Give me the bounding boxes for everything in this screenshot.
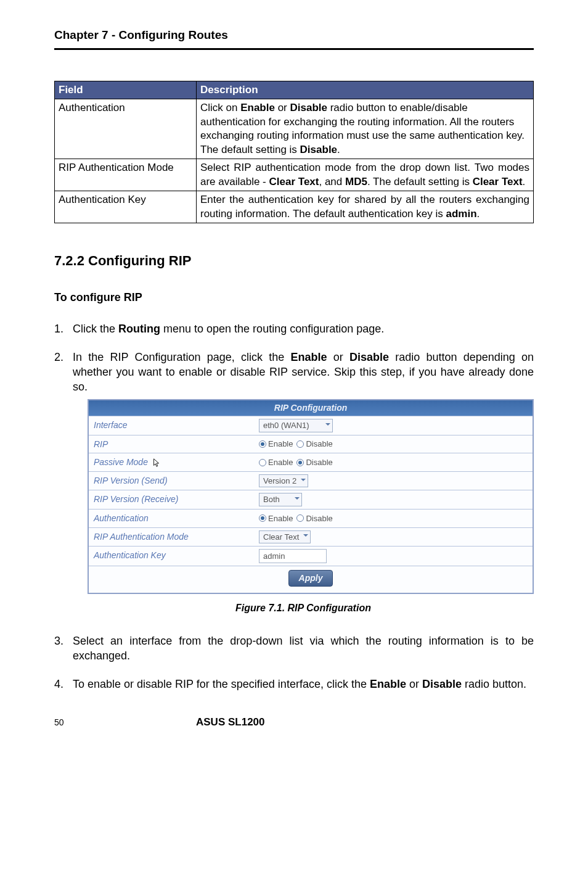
list-item: 2. In the RIP Configuration page, click … [54, 350, 534, 615]
panel-row-authentication: Authentication Enable Disable [89, 509, 533, 527]
step-number: 1. [54, 321, 63, 336]
panel-row-auth-mode: RIP Authentication Mode Clear Text [89, 527, 533, 546]
section-title: 7.2.2 Configuring RIP [54, 253, 534, 269]
panel-row-rip: RIP Enable Disable [89, 435, 533, 453]
label-auth-mode: RIP Authentication Mode [89, 528, 255, 546]
auth-key-input[interactable]: admin [259, 549, 327, 563]
auth-enable-radio[interactable]: Enable [259, 513, 293, 524]
panel-row-version-send: RIP Version (Send) Version 2 [89, 471, 533, 490]
header-rule [54, 48, 534, 50]
table-header-field: Field [55, 81, 197, 99]
auth-disable-radio[interactable]: Disable [296, 513, 332, 524]
rip-disable-radio[interactable]: Disable [296, 439, 332, 449]
table-row: Authentication Click on Enable or Disabl… [55, 99, 534, 159]
page-footer: 50 ASUS SL1200 [54, 716, 534, 753]
label-version-receive: RIP Version (Receive) [89, 490, 255, 508]
version-send-select[interactable]: Version 2 [259, 474, 308, 487]
panel-title: RIP Configuration [89, 400, 533, 416]
apply-button[interactable]: Apply [288, 570, 333, 587]
list-item: 3. Select an interface from the drop-dow… [54, 633, 534, 663]
list-item: 4. To enable or disable RIP for the spec… [54, 677, 534, 691]
instruction-list: 1. Click the Routing menu to open the ro… [54, 321, 534, 691]
field-cell: Authentication Key [55, 191, 197, 223]
radio-dot-icon [296, 459, 304, 466]
radio-dot-icon [296, 514, 304, 522]
field-cell: Authentication [55, 99, 197, 159]
description-cell: Enter the authentication key for shared … [197, 191, 534, 223]
rip-enable-radio[interactable]: Enable [259, 439, 293, 449]
figure-caption: Figure 7.1. RIP Configuration [73, 601, 534, 614]
cursor-icon [153, 458, 160, 468]
step-number: 2. [54, 350, 63, 365]
field-description-table: Field Description Authentication Click o… [54, 81, 534, 223]
product-name: ASUS SL1200 [196, 716, 265, 728]
label-rip: RIP [89, 435, 255, 453]
rip-config-panel: RIP Configuration Interface eth0 (WAN1) … [88, 399, 534, 594]
step-number: 4. [54, 677, 63, 691]
chapter-header: Chapter 7 - Configuring Routes [54, 28, 534, 42]
panel-row-auth-key: Authentication Key admin [89, 546, 533, 566]
auth-mode-select[interactable]: Clear Text [259, 530, 311, 543]
step-number: 3. [54, 633, 63, 648]
table-header-description: Description [197, 81, 534, 99]
label-auth-key: Authentication Key [89, 547, 255, 566]
field-cell: RIP Authentication Mode [55, 159, 197, 191]
description-cell: Click on Enable or Disable radio button … [197, 99, 534, 159]
apply-row: Apply [89, 566, 533, 593]
label-version-send: RIP Version (Send) [89, 472, 255, 490]
label-interface: Interface [89, 416, 255, 434]
list-item: 1. Click the Routing menu to open the ro… [54, 321, 534, 336]
panel-row-passive-mode: Passive Mode Enable Disable [89, 453, 533, 471]
label-passive-mode: Passive Mode [89, 453, 255, 471]
step-text: Select an interface from the drop-down l… [73, 635, 534, 662]
version-receive-select[interactable]: Both [259, 493, 302, 506]
passive-disable-radio[interactable]: Disable [296, 457, 332, 468]
panel-row-version-receive: RIP Version (Receive) Both [89, 490, 533, 508]
radio-dot-icon [296, 440, 304, 448]
radio-dot-icon [259, 459, 266, 466]
radio-dot-icon [259, 440, 266, 448]
step-text: Click the Routing menu to open the routi… [73, 323, 384, 335]
panel-row-interface: Interface eth0 (WAN1) [89, 416, 533, 434]
passive-enable-radio[interactable]: Enable [259, 457, 293, 468]
table-row: Authentication Key Enter the authenticat… [55, 191, 534, 223]
radio-dot-icon [259, 514, 266, 522]
description-cell: Select RIP authentication mode from the … [197, 159, 534, 191]
table-row: RIP Authentication Mode Select RIP authe… [55, 159, 534, 191]
page-number: 50 [54, 717, 196, 727]
step-text: To enable or disable RIP for the specifi… [73, 678, 526, 690]
label-authentication: Authentication [89, 510, 255, 527]
step-text: In the RIP Configuration page, click the… [73, 351, 534, 393]
interface-select[interactable]: eth0 (WAN1) [259, 419, 333, 432]
subsection-title: To configure RIP [54, 291, 534, 304]
